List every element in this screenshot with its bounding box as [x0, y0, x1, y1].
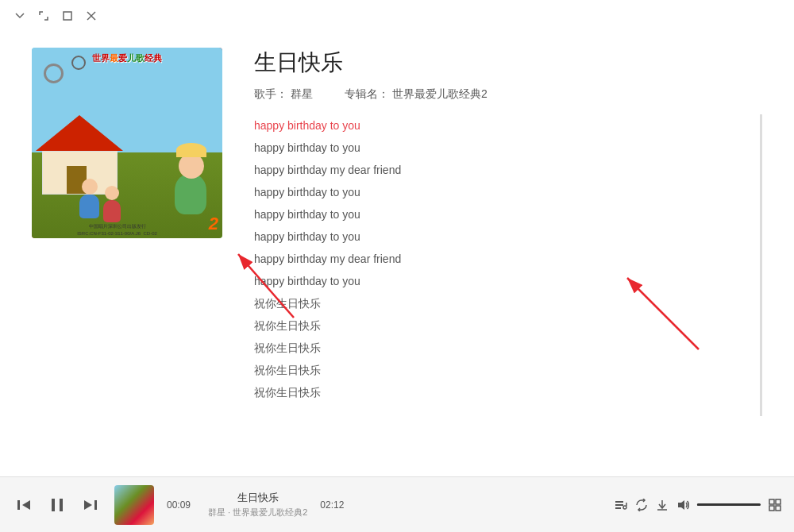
svg-rect-14 — [615, 504, 623, 506]
svg-rect-22 — [776, 499, 781, 504]
chevron-down-btn[interactable] — [13, 9, 27, 23]
prev-button[interactable] — [13, 494, 35, 516]
svg-marker-7 — [22, 500, 30, 510]
artist-meta: 歌手： 群星 — [254, 87, 313, 102]
lyric-line[interactable]: 祝你生日快乐 — [254, 359, 752, 381]
svg-rect-10 — [60, 499, 63, 511]
grid-button[interactable] — [769, 499, 781, 511]
svg-rect-15 — [615, 507, 621, 509]
volume-button[interactable] — [676, 499, 689, 511]
player-time-current: 00:09 — [167, 499, 195, 511]
svg-rect-8 — [17, 500, 20, 510]
lyrics-container[interactable]: happy birthday to youhappy birthday to y… — [254, 114, 762, 416]
player-song-name: 生日快乐 — [237, 491, 279, 505]
svg-marker-11 — [84, 500, 92, 510]
lyric-line[interactable]: happy birthday to you — [254, 203, 752, 226]
download-icon[interactable] — [656, 499, 669, 511]
player-bar: 00:09 生日快乐 群星 · 世界最爱儿歌经典2 02:12 — [0, 476, 794, 532]
play-pause-button[interactable] — [46, 494, 68, 516]
player-song-artist: 群星 · 世界最爱儿歌经典2 — [208, 507, 307, 519]
lyric-line[interactable]: 祝你生日快乐 — [254, 381, 752, 403]
lyric-line[interactable]: happy birthday to you — [254, 137, 752, 159]
svg-rect-9 — [52, 499, 55, 511]
svg-rect-13 — [615, 501, 623, 503]
svg-rect-21 — [769, 499, 774, 504]
lyric-line[interactable]: happy birthday to you — [254, 226, 752, 248]
lyric-line[interactable]: happy birthday my dear friend — [254, 159, 752, 181]
player-song-info: 生日快乐 群星 · 世界最爱儿歌经典2 — [208, 491, 307, 519]
svg-marker-20 — [678, 500, 684, 510]
svg-rect-24 — [776, 506, 781, 511]
album-meta: 专辑名： 世界最爱儿歌经典2 — [345, 87, 488, 102]
lyric-line[interactable]: 祝你生日快乐 — [254, 337, 752, 359]
lyric-line[interactable]: happy birthday to you — [254, 114, 752, 137]
player-right-controls — [615, 499, 781, 511]
song-meta: 歌手： 群星 专辑名： 世界最爱儿歌经典2 — [254, 87, 762, 102]
song-info-section: 生日快乐 歌手： 群星 专辑名： 世界最爱儿歌经典2 happy birthda… — [254, 48, 762, 461]
next-button[interactable] — [79, 494, 102, 516]
lyric-line[interactable]: happy birthday to you — [254, 270, 752, 292]
loop-button[interactable] — [635, 499, 648, 511]
playlist-button[interactable] — [615, 499, 627, 511]
title-bar — [0, 0, 794, 32]
album-cover: 世界最爱儿歌经典 — [32, 48, 222, 238]
lyric-line[interactable]: happy birthday to you — [254, 181, 752, 203]
close-btn[interactable] — [84, 9, 98, 23]
lyric-line[interactable]: 祝你生日快乐 — [254, 314, 752, 337]
svg-rect-12 — [94, 500, 97, 510]
player-controls — [13, 494, 102, 516]
lyric-line[interactable]: 祝你生日快乐 — [254, 292, 752, 314]
album-cover-section: 世界最爱儿歌经典 — [32, 48, 222, 461]
svg-rect-23 — [769, 506, 774, 511]
volume-slider[interactable] — [697, 503, 761, 506]
player-time-total: 02:12 — [320, 499, 349, 511]
player-thumbnail — [114, 485, 154, 525]
expand-btn[interactable] — [37, 9, 51, 23]
lyric-line[interactable]: happy birthday my dear friend — [254, 248, 752, 270]
album-cover-art: 世界最爱儿歌经典 — [32, 48, 222, 238]
song-title: 生日快乐 — [254, 48, 762, 78]
window-btn[interactable] — [60, 9, 75, 23]
svg-point-16 — [623, 506, 626, 509]
main-content: 世界最爱儿歌经典 — [0, 32, 794, 476]
svg-rect-0 — [64, 12, 71, 20]
